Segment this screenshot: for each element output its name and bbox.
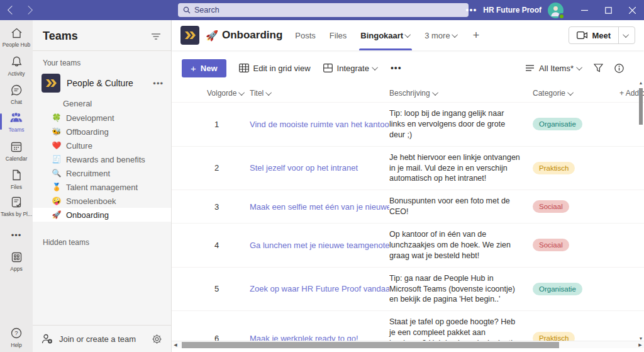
add-tab-button[interactable]: + bbox=[473, 29, 480, 42]
team-name: People & Culture bbox=[67, 78, 147, 88]
scroll-up-icon[interactable]: ▲ bbox=[638, 81, 644, 85]
camera-icon bbox=[577, 31, 587, 39]
horizontal-scroll-thumb[interactable] bbox=[182, 342, 559, 348]
scroll-right-icon[interactable]: ▶ bbox=[636, 341, 644, 349]
column-header-titel[interactable]: Titel bbox=[250, 89, 389, 98]
table-row[interactable]: 4 Ga lunchen met je nieuwe teamgenoten O… bbox=[172, 223, 644, 267]
rail-item-chat[interactable]: Chat bbox=[0, 84, 33, 105]
channel-item-onboarding[interactable]: 🚀 Onboarding bbox=[33, 208, 171, 222]
tab-more[interactable]: 3 more bbox=[425, 20, 457, 50]
channel-name: Rewards and benefits bbox=[66, 155, 145, 164]
apps-icon bbox=[11, 252, 22, 263]
edit-grid-view-button[interactable]: Edit in grid view bbox=[239, 64, 311, 73]
channel-item-recruitment[interactable]: 🔍 Recruitment bbox=[33, 166, 171, 180]
column-header-volgorde[interactable]: Volgorde bbox=[207, 89, 250, 98]
tab-bingokaart[interactable]: Bingokaart bbox=[360, 20, 411, 50]
channel-item-culture[interactable]: ❤️ Culture bbox=[33, 139, 171, 152]
avatar[interactable] bbox=[548, 3, 564, 18]
table-row[interactable]: 5 Zoek op waar HR Future Proof vandaa...… bbox=[172, 267, 644, 311]
rail-item-people-hub[interactable]: People Hub bbox=[0, 28, 33, 48]
channel-emoji-icon: ❤️ bbox=[52, 141, 62, 150]
main-content: 🚀 Onboarding Posts Files Bingokaart 3 mo… bbox=[172, 20, 644, 352]
new-item-button[interactable]: + New bbox=[182, 59, 226, 77]
scroll-left-icon[interactable]: ◀ bbox=[172, 341, 179, 349]
rail-item-tasks[interactable]: Tasks by Pl... bbox=[0, 196, 33, 217]
channel-tabs: Posts Files Bingokaart 3 more + bbox=[295, 20, 479, 50]
info-icon[interactable] bbox=[614, 64, 624, 73]
scroll-down-icon[interactable]: ▼ bbox=[638, 336, 644, 341]
cell-titel-link[interactable]: Vind de mooiste ruimte van het kantoor bbox=[250, 120, 389, 129]
tab-files[interactable]: Files bbox=[330, 20, 347, 50]
minimize-button[interactable] bbox=[572, 0, 596, 20]
forward-icon[interactable] bbox=[24, 6, 33, 14]
svg-text:?: ? bbox=[14, 329, 18, 336]
rail-more-apps-icon[interactable]: ••• bbox=[0, 229, 33, 241]
rail-item-calendar[interactable]: Calendar bbox=[0, 141, 33, 162]
channel-emoji-icon: 🍀 bbox=[52, 113, 62, 122]
cell-beschrijving: Tip: ga naar de People Hub in Microsoft … bbox=[389, 273, 533, 305]
maximize-button[interactable] bbox=[596, 0, 620, 20]
channel-name: Onboarding bbox=[66, 210, 109, 220]
channel-item-talent-management[interactable]: 🏅 Talent management bbox=[33, 180, 171, 194]
channel-item-rewards-and-benefits[interactable]: 🧾 Rewards and benefits bbox=[33, 152, 171, 166]
account-name[interactable]: HR Future Proof bbox=[483, 6, 541, 14]
chat-icon bbox=[11, 84, 22, 96]
teams-icon bbox=[9, 112, 23, 123]
grid-table-icon bbox=[239, 64, 249, 72]
rail-item-files[interactable]: Files bbox=[0, 169, 33, 190]
rail-item-teams[interactable]: Teams bbox=[0, 112, 33, 133]
category-badge: Praktisch bbox=[533, 162, 575, 174]
table-row[interactable]: 3 Maak een selfie met één van je nieuwe.… bbox=[172, 190, 644, 223]
table-row[interactable]: 2 Stel jezelf voor op het intranet Je he… bbox=[172, 146, 644, 190]
cell-volgorde: 2 bbox=[207, 163, 250, 173]
view-selector[interactable]: All Items* bbox=[526, 64, 582, 73]
column-header-categorie[interactable]: Categorie bbox=[533, 89, 619, 98]
horizontal-scrollbar[interactable]: ◀ ▶ bbox=[172, 341, 644, 348]
toolbar-more-icon[interactable]: ••• bbox=[391, 63, 402, 73]
titlebar-more-icon[interactable]: ••• bbox=[460, 5, 484, 15]
meet-dropdown-button[interactable] bbox=[618, 27, 635, 43]
close-button[interactable] bbox=[620, 0, 644, 20]
hidden-teams-label[interactable]: Hidden teams bbox=[33, 222, 171, 247]
vertical-scroll-thumb[interactable] bbox=[639, 88, 643, 125]
presence-status-icon bbox=[558, 13, 565, 20]
integrate-icon bbox=[323, 64, 333, 72]
chevron-down-icon bbox=[576, 64, 582, 71]
search-input[interactable]: Search bbox=[178, 3, 469, 17]
title-bar: Search ••• HR Future Proof bbox=[0, 0, 644, 20]
person-add-icon bbox=[42, 334, 53, 344]
integrate-button[interactable]: Integrate bbox=[323, 64, 378, 73]
tab-posts[interactable]: Posts bbox=[295, 20, 316, 50]
channel-header: 🚀 Onboarding Posts Files Bingokaart 3 mo… bbox=[172, 20, 644, 50]
team-row-people-culture[interactable]: People & Culture ••• bbox=[33, 72, 171, 94]
cell-titel-link[interactable]: Zoek op waar HR Future Proof vandaa... bbox=[250, 284, 389, 293]
meet-button[interactable]: Meet bbox=[569, 31, 618, 40]
back-icon[interactable] bbox=[8, 6, 16, 14]
meet-split-button: Meet bbox=[569, 26, 635, 44]
filter-icon[interactable] bbox=[594, 64, 603, 72]
bell-icon bbox=[11, 56, 22, 67]
cell-titel-link[interactable]: Ga lunchen met je nieuwe teamgenoten bbox=[250, 241, 389, 250]
chevron-down-icon bbox=[372, 64, 378, 71]
team-more-icon[interactable]: ••• bbox=[153, 79, 164, 88]
filter-teams-icon[interactable] bbox=[151, 33, 161, 40]
cell-volgorde: 4 bbox=[207, 241, 250, 250]
gear-icon[interactable] bbox=[152, 334, 162, 344]
column-header-beschrijving[interactable]: Beschrijving bbox=[389, 89, 533, 98]
channel-item-offboarding[interactable]: 🐝 Offboarding bbox=[33, 125, 171, 139]
category-badge: Organisatie bbox=[533, 118, 582, 130]
rail-item-help[interactable]: ? Help bbox=[0, 327, 33, 348]
channel-general[interactable]: General bbox=[33, 94, 171, 111]
rail-item-apps[interactable]: Apps bbox=[0, 252, 33, 272]
table-row[interactable]: 1 Vind de mooiste ruimte van het kantoor… bbox=[172, 102, 644, 146]
cell-titel-link[interactable]: Maak een selfie met één van je nieuwe... bbox=[250, 202, 389, 212]
cell-titel-link[interactable]: Stel jezelf voor op het intranet bbox=[250, 163, 389, 173]
vertical-scrollbar[interactable]: ▲ ▼ bbox=[638, 81, 644, 341]
channel-name: Culture bbox=[66, 141, 92, 150]
rail-item-activity[interactable]: Activity bbox=[0, 56, 33, 77]
join-or-create-team-button[interactable]: Join or create a team bbox=[59, 334, 145, 344]
channel-title: Onboarding bbox=[222, 29, 282, 42]
channel-item-development[interactable]: 🍀 Development bbox=[33, 111, 171, 125]
channel-item-smoelenboek[interactable]: 🤪 Smoelenboek bbox=[33, 194, 171, 208]
team-logo bbox=[42, 74, 60, 93]
